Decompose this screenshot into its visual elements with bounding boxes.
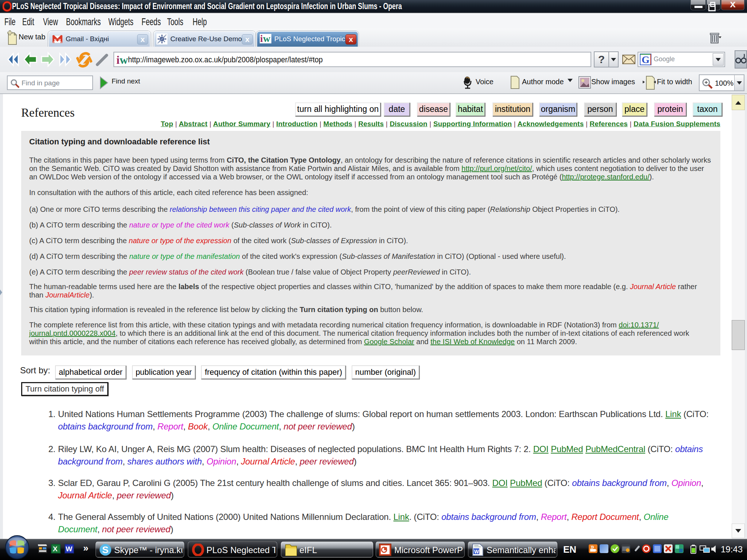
- svg-text:G: G: [642, 54, 650, 65]
- svg-text:X: X: [53, 545, 58, 553]
- svg-text:W: W: [66, 545, 73, 553]
- svg-text:w: w: [263, 33, 271, 44]
- svg-text:W: W: [474, 549, 479, 555]
- svg-text:S: S: [102, 544, 108, 555]
- svg-text:i: i: [260, 33, 263, 44]
